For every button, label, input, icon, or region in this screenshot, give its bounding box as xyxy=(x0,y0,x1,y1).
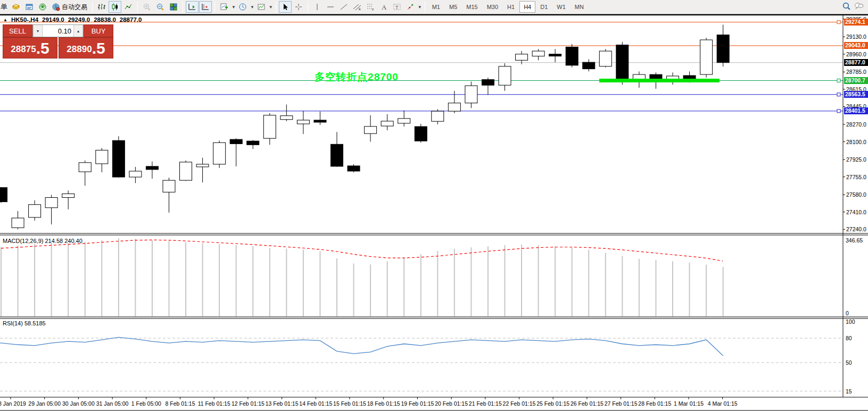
expand-arrow-icon[interactable]: ▲ xyxy=(3,18,7,22)
trendline-icon xyxy=(340,3,348,11)
template-icon xyxy=(257,3,266,11)
timeframe-h4[interactable]: H4 xyxy=(519,1,535,13)
signals-button[interactable] xyxy=(36,1,49,13)
timeframe-h1[interactable]: H1 xyxy=(503,1,519,13)
text-button[interactable]: A xyxy=(377,1,390,13)
timeframe-d1[interactable]: D1 xyxy=(536,1,552,13)
price-tick: 27925.0 xyxy=(846,156,866,163)
bar-chart-button[interactable] xyxy=(95,1,108,13)
time-tick: 29 Jan 05:00 xyxy=(28,400,61,407)
dropdown-arrow-icon[interactable]: ▼ xyxy=(418,5,422,10)
crosshair-icon xyxy=(294,3,303,11)
market-watch-icon xyxy=(25,3,34,11)
zoom-in-button[interactable] xyxy=(140,1,153,13)
price-tick: 28785.0 xyxy=(846,69,866,75)
zoom-out-icon xyxy=(156,3,164,11)
crosshair-button[interactable] xyxy=(292,1,305,13)
rsi-tick: 50 xyxy=(846,359,852,366)
time-tick: 18 Feb 01:15 xyxy=(367,400,400,407)
time-tick: 1 Feb 05:00 xyxy=(131,400,161,407)
volume-input[interactable] xyxy=(43,25,73,37)
arrows-icon xyxy=(406,3,415,11)
toolbar-separator xyxy=(214,2,215,12)
trendline-button[interactable] xyxy=(337,1,350,13)
candlestick-chart-button[interactable] xyxy=(109,1,121,13)
search-button[interactable] xyxy=(842,2,851,13)
sell-price-button[interactable]: 28875.5 xyxy=(3,37,57,58)
price-badge: 29274.1 xyxy=(844,19,868,26)
price-tick: 27240.0 xyxy=(846,226,866,232)
timeframe-m1[interactable]: M1 xyxy=(428,1,444,13)
dropdown-arrow-icon[interactable]: ▼ xyxy=(269,5,273,10)
profiles-icon xyxy=(238,3,247,11)
time-tick: 8 Feb 01:15 xyxy=(165,400,195,407)
timeframe-w1[interactable]: W1 xyxy=(552,1,570,13)
time-tick: 20 Feb 01:15 xyxy=(435,400,468,407)
rsi-indicator-label: RSI(14) 58.5185 xyxy=(3,320,46,326)
bar-chart-icon xyxy=(97,3,106,11)
text-label-button[interactable]: T xyxy=(391,1,403,13)
periods-button[interactable] xyxy=(236,1,249,13)
chart-canvas[interactable] xyxy=(0,15,868,411)
buy-price-button[interactable]: 28890.5 xyxy=(59,37,113,58)
community-chat-button[interactable] xyxy=(854,1,864,13)
price-badge: 29043.0 xyxy=(844,42,868,49)
chart-annotation: 多空转折点28700 xyxy=(294,70,419,84)
time-tick: 28 Jan 2019 xyxy=(0,400,26,407)
journal-icon xyxy=(12,3,20,11)
auto-trading-button[interactable]: 自动交易 xyxy=(49,1,89,13)
line-handle xyxy=(837,79,840,82)
volume-increase-button[interactable]: ▴ xyxy=(73,25,83,37)
search-icon xyxy=(842,2,851,11)
timeframe-m5[interactable]: M5 xyxy=(445,1,461,13)
fibonacci-button[interactable]: F xyxy=(364,1,377,13)
time-tick: 11 Feb 01:15 xyxy=(198,400,230,407)
text-icon: A xyxy=(379,3,388,11)
journal-button[interactable] xyxy=(10,1,22,13)
new-chart-button[interactable] xyxy=(218,1,230,13)
vertical-line-button[interactable] xyxy=(311,1,324,13)
price-tick: 27580.0 xyxy=(846,191,866,198)
tile-windows-button[interactable] xyxy=(167,1,180,13)
cursor-button[interactable] xyxy=(279,1,292,13)
rsi-tick: 100 xyxy=(846,318,855,325)
toolbar: 单自动交易▼▼▼EFAT▼M1M5M15M30H1H4D1W1MN xyxy=(0,0,868,14)
sell-button[interactable]: SELL xyxy=(3,24,32,37)
one-click-trading-panel: SELL ▾ ▴ BUY 28875.5 28890.5 xyxy=(3,24,113,58)
toolbar-separator xyxy=(92,2,93,12)
svg-text:A: A xyxy=(382,3,387,11)
new-chart-icon xyxy=(220,3,228,11)
dropdown-arrow-icon[interactable]: ▼ xyxy=(232,5,236,10)
auto-scroll-button[interactable] xyxy=(199,1,212,13)
timeframe-m15[interactable]: M15 xyxy=(462,1,482,13)
price-tick: 28270.0 xyxy=(846,121,866,128)
time-tick: 31 Jan 05:00 xyxy=(96,400,129,407)
tile-windows-icon xyxy=(169,3,178,11)
timeframe-mn[interactable]: MN xyxy=(571,1,588,13)
chart-shift-icon xyxy=(188,3,196,11)
time-tick: 19 Feb 01:15 xyxy=(401,400,434,407)
channel-button[interactable]: E xyxy=(351,1,363,13)
macd-signal-line xyxy=(1,240,723,261)
buy-button[interactable]: BUY xyxy=(84,24,113,37)
ohlc-open: 29149.0 xyxy=(42,16,64,23)
chart-shift-button[interactable] xyxy=(186,1,199,13)
hline-icon xyxy=(326,3,335,11)
zoom-out-button[interactable] xyxy=(154,1,167,13)
templates-button[interactable] xyxy=(255,1,268,13)
horizontal-line-button[interactable] xyxy=(324,1,337,13)
arrows-button[interactable] xyxy=(404,1,417,13)
line-chart-button[interactable] xyxy=(122,1,135,13)
volume-decrease-button[interactable]: ▾ xyxy=(33,25,43,37)
market-watch-button[interactable] xyxy=(23,1,36,13)
macd-indicator-label: MACD(12,26,9) 214.58 240.40 xyxy=(3,238,82,244)
toolbar-separator xyxy=(276,2,276,12)
new-order-button[interactable]: 单 xyxy=(0,2,9,12)
dropdown-arrow-icon[interactable]: ▼ xyxy=(250,5,254,10)
ohlc-close: 28877.0 xyxy=(120,16,142,23)
timeframe-m30[interactable]: M30 xyxy=(483,1,502,13)
time-tick: 4 Mar 01:15 xyxy=(708,400,738,407)
time-tick: 25 Feb 01:15 xyxy=(536,400,569,407)
label-icon: T xyxy=(393,3,401,11)
chart-window[interactable]: ▲ HK50-,H4 29149.0 29249.0 28838.0 28877… xyxy=(0,14,868,411)
